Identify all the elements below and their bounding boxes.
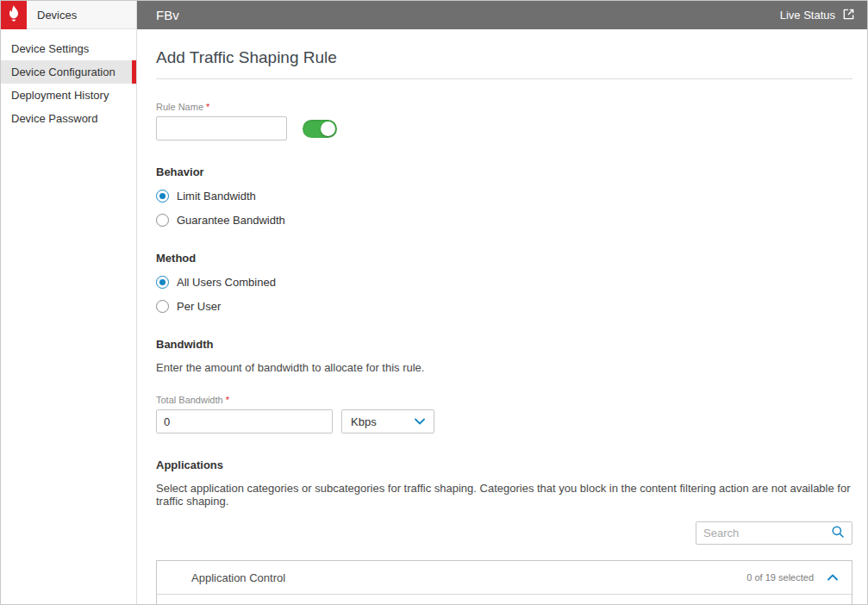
radio-label: All Users Combined: [177, 276, 276, 289]
radio-icon: [156, 300, 169, 313]
sidebar-item-device-configuration[interactable]: Device Configuration: [1, 60, 136, 84]
search-icon[interactable]: [831, 525, 845, 542]
search-input[interactable]: [703, 527, 831, 540]
radio-all-users-combined[interactable]: All Users Combined: [156, 276, 852, 289]
rule-enabled-toggle[interactable]: [303, 120, 337, 138]
sidebar: Devices Device Settings Device Configura…: [1, 1, 137, 604]
radio-icon: [156, 190, 169, 203]
sidebar-header: Devices: [1, 1, 136, 29]
topbar: FBv Live Status: [137, 1, 867, 29]
sidebar-nav: Device Settings Device Configuration Dep…: [1, 29, 136, 130]
radio-guarantee-bandwidth[interactable]: Guarantee Bandwidth: [156, 214, 852, 227]
sidebar-item-label: Device Settings: [11, 42, 89, 55]
live-status-label: Live Status: [780, 9, 835, 22]
radio-limit-bandwidth[interactable]: Limit Bandwidth: [156, 190, 852, 203]
radio-label: Per User: [177, 300, 221, 313]
device-name: FBv: [156, 8, 179, 22]
live-status-link[interactable]: Live Status: [780, 8, 855, 23]
application-list: Business tools 0 of 23 selected Database…: [157, 595, 852, 604]
radio-icon: [156, 276, 169, 289]
panel-selected-summary: 0 of 19 selected: [746, 572, 814, 583]
page-title: Add Traffic Shaping Rule: [156, 48, 852, 79]
rule-name-input[interactable]: [156, 116, 287, 140]
watchguard-logo[interactable]: [1, 1, 27, 29]
rule-name-row: [156, 116, 852, 140]
bandwidth-description: Enter the amount of bandwidth to allocat…: [156, 361, 852, 374]
total-bandwidth-label: Total Bandwidth*: [156, 395, 852, 405]
sidebar-item-label: Deployment History: [11, 89, 109, 102]
applications-heading: Applications: [156, 458, 852, 471]
page-content: Add Traffic Shaping Rule Rule Name* Beha…: [137, 29, 867, 604]
behavior-heading: Behavior: [156, 165, 852, 178]
radio-label: Guarantee Bandwidth: [177, 214, 285, 227]
app-window: Devices Device Settings Device Configura…: [0, 0, 868, 605]
sidebar-item-label: Device Configuration: [11, 65, 116, 78]
required-asterisk: *: [206, 102, 209, 112]
application-control-panel: Application Control 0 of 19 selected Bus…: [156, 560, 852, 604]
sidebar-item-label: Device Password: [11, 112, 97, 125]
total-bandwidth-row: Kbps: [156, 409, 852, 433]
panel-title: Application Control: [191, 571, 285, 584]
sidebar-item-device-password[interactable]: Device Password: [1, 107, 136, 130]
radio-label: Limit Bandwidth: [177, 190, 256, 203]
flame-icon: [7, 5, 21, 25]
radio-icon: [156, 214, 169, 227]
external-link-icon: [842, 8, 855, 23]
main-area: FBv Live Status Add Traffic Shaping Rule…: [137, 1, 867, 604]
applications-description: Select application categories or subcate…: [156, 482, 852, 508]
rule-name-label: Rule Name*: [156, 102, 852, 112]
total-bandwidth-input[interactable]: [156, 409, 333, 433]
bandwidth-unit-select[interactable]: Kbps: [341, 409, 434, 433]
sidebar-item-device-settings[interactable]: Device Settings: [1, 37, 136, 60]
sidebar-item-deployment-history[interactable]: Deployment History: [1, 84, 136, 107]
radio-per-user[interactable]: Per User: [156, 300, 852, 313]
application-control-header[interactable]: Application Control 0 of 19 selected: [157, 561, 852, 595]
bandwidth-heading: Bandwidth: [156, 338, 852, 351]
method-heading: Method: [156, 252, 852, 265]
bandwidth-unit-value: Kbps: [351, 415, 377, 428]
required-asterisk: *: [226, 395, 229, 405]
chevron-up-icon[interactable]: [827, 574, 838, 581]
sidebar-title: Devices: [37, 9, 77, 22]
search-row: [156, 521, 852, 545]
chevron-down-icon: [415, 418, 425, 425]
search-box: [696, 521, 852, 545]
